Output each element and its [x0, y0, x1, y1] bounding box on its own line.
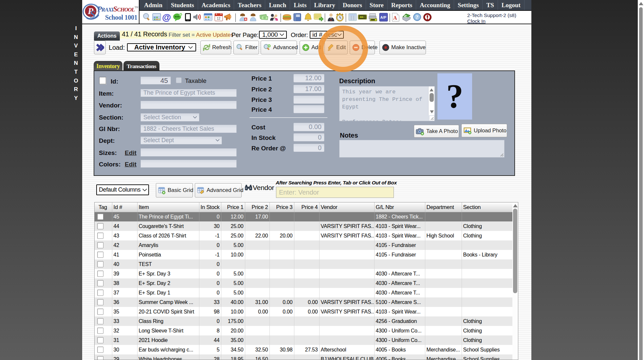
svg-text:A: A: [393, 15, 397, 21]
svg-text:S: S: [90, 8, 96, 20]
svg-text:A/P: A/P: [380, 15, 386, 19]
svg-text:?: ?: [416, 14, 418, 20]
svg-text:12: 12: [217, 17, 221, 20]
